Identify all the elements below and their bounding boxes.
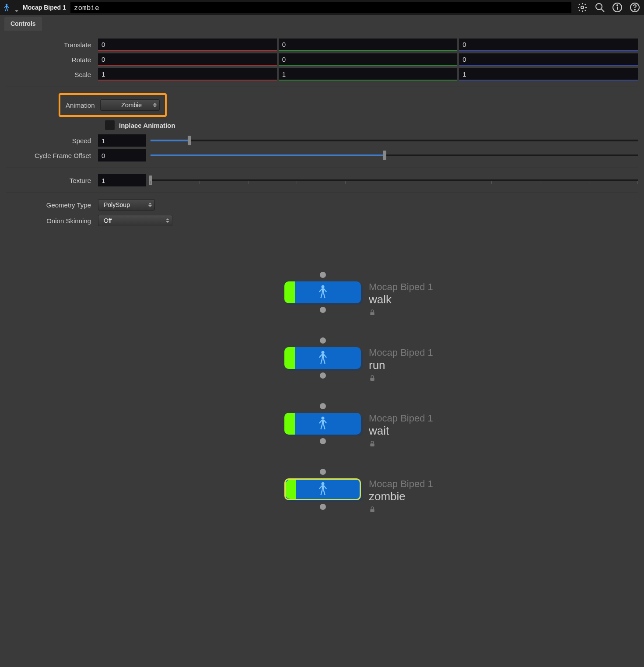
speed-input[interactable] xyxy=(98,134,146,147)
onion-dropdown[interactable]: Off xyxy=(98,215,172,226)
geometry-label: Geometry Type xyxy=(6,201,98,209)
node-type-label: Mocap Biped 1 xyxy=(369,347,433,358)
node-title: Mocap Biped 1 xyxy=(23,4,66,11)
rotate-x[interactable] xyxy=(98,53,277,66)
lock-icon xyxy=(369,440,433,449)
svg-point-11 xyxy=(617,5,618,6)
lock-icon xyxy=(369,309,433,317)
svg-line-25 xyxy=(321,358,322,364)
node-name-label: walk xyxy=(369,293,433,306)
cfo-input[interactable] xyxy=(98,149,146,161)
node-type-label: Mocap Biped 1 xyxy=(369,478,433,490)
onion-label: Onion Skinning xyxy=(6,217,98,225)
node-output-connector[interactable] xyxy=(320,504,326,510)
cfo-label: Cycle Frame Offset xyxy=(6,152,98,159)
svg-line-8 xyxy=(601,9,604,12)
svg-rect-41 xyxy=(370,509,374,512)
cfo-slider[interactable] xyxy=(150,149,638,161)
graph-node-walk[interactable]: Mocap Biped 1 walk xyxy=(284,281,433,317)
scale-y[interactable] xyxy=(279,68,458,81)
graph-node-wait[interactable]: Mocap Biped 1 wait xyxy=(284,413,433,449)
translate-z[interactable] xyxy=(459,39,638,51)
geometry-dropdown[interactable]: PolySoup xyxy=(98,199,155,211)
svg-line-3 xyxy=(7,6,9,8)
rotate-label: Rotate xyxy=(6,56,98,63)
lock-icon xyxy=(369,375,433,383)
svg-line-18 xyxy=(321,292,322,298)
lock-icon xyxy=(369,506,433,514)
node-type-dropdown-arrow[interactable] xyxy=(15,10,18,12)
inplace-label: Inplace Animation xyxy=(119,122,175,129)
search-icon[interactable] xyxy=(593,1,606,14)
animation-dropdown[interactable]: Zombie xyxy=(100,99,160,111)
svg-rect-34 xyxy=(370,443,374,446)
biped-icon xyxy=(317,481,329,498)
svg-point-13 xyxy=(634,9,635,10)
animation-label: Animation xyxy=(66,102,95,109)
inplace-checkbox[interactable] xyxy=(105,120,115,130)
node-input-connector[interactable] xyxy=(320,272,326,278)
svg-line-17 xyxy=(324,289,326,292)
node-name-input[interactable] xyxy=(70,2,571,13)
texture-input[interactable] xyxy=(98,174,146,186)
texture-slider[interactable] xyxy=(150,174,638,186)
svg-line-33 xyxy=(323,424,325,429)
geometry-selected: PolySoup xyxy=(104,201,130,208)
rotate-z[interactable] xyxy=(459,53,638,66)
svg-line-19 xyxy=(323,292,325,298)
svg-line-16 xyxy=(319,289,322,292)
translate-x[interactable] xyxy=(98,39,277,51)
texture-label: Texture xyxy=(6,177,98,184)
svg-rect-1 xyxy=(6,6,7,8)
translate-label: Translate xyxy=(6,41,98,49)
svg-rect-22 xyxy=(322,354,324,358)
translate-y[interactable] xyxy=(279,39,458,51)
graph-node-run[interactable]: Mocap Biped 1 run xyxy=(284,347,433,383)
svg-line-31 xyxy=(324,420,326,423)
svg-point-28 xyxy=(321,416,324,419)
rotate-y[interactable] xyxy=(279,53,458,66)
svg-rect-36 xyxy=(322,485,324,489)
svg-line-32 xyxy=(321,424,322,429)
svg-line-37 xyxy=(319,486,322,489)
node-graph[interactable]: Mocap Biped 1 walk Mocap Biped 1 run xyxy=(0,246,644,562)
svg-rect-15 xyxy=(322,288,324,292)
svg-line-2 xyxy=(4,6,6,8)
node-output-connector[interactable] xyxy=(320,438,326,444)
node-type-label: Mocap Biped 1 xyxy=(369,413,433,424)
onion-selected: Off xyxy=(104,217,112,224)
scale-x[interactable] xyxy=(98,68,277,81)
info-icon[interactable] xyxy=(611,1,624,14)
svg-rect-29 xyxy=(322,419,324,423)
svg-line-39 xyxy=(321,489,322,495)
scale-z[interactable] xyxy=(459,68,638,81)
node-input-connector[interactable] xyxy=(320,403,326,409)
svg-rect-27 xyxy=(370,378,374,381)
speed-slider[interactable] xyxy=(150,134,638,147)
animation-selected: Zombie xyxy=(121,102,142,109)
svg-rect-20 xyxy=(370,312,374,315)
svg-line-4 xyxy=(5,8,6,11)
svg-point-35 xyxy=(321,482,324,485)
tab-controls[interactable]: Controls xyxy=(4,17,42,31)
node-output-connector[interactable] xyxy=(320,307,326,313)
svg-point-7 xyxy=(596,4,602,10)
help-icon[interactable] xyxy=(628,1,641,14)
node-input-connector[interactable] xyxy=(320,469,326,475)
node-input-connector[interactable] xyxy=(320,337,326,344)
svg-point-21 xyxy=(321,351,324,354)
biped-icon xyxy=(317,284,329,301)
graph-node-zombie[interactable]: Mocap Biped 1 zombie xyxy=(284,478,433,514)
svg-line-24 xyxy=(324,355,326,358)
node-output-connector[interactable] xyxy=(320,372,326,379)
svg-line-38 xyxy=(324,486,326,489)
svg-line-30 xyxy=(319,420,322,423)
svg-point-0 xyxy=(6,4,8,6)
svg-line-5 xyxy=(7,8,8,11)
biped-icon xyxy=(317,350,329,366)
svg-point-6 xyxy=(581,6,584,9)
biped-icon xyxy=(317,416,329,432)
node-name-label: wait xyxy=(369,424,433,438)
gear-icon[interactable] xyxy=(576,1,589,14)
svg-line-40 xyxy=(323,489,325,495)
